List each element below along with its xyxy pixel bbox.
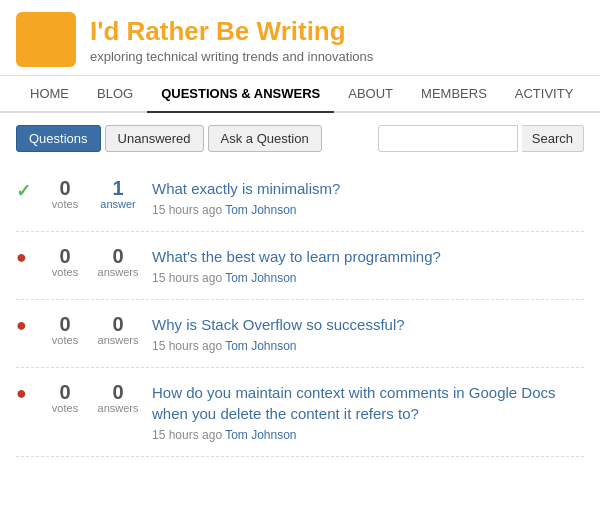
answer-count: 0 xyxy=(94,382,142,402)
unanswered-button[interactable]: Unanswered xyxy=(105,125,204,152)
answer-label: answers xyxy=(94,266,142,278)
question-content: Why is Stack Overflow so successful? 15 … xyxy=(152,314,584,353)
question-title[interactable]: What's the best way to learn programming… xyxy=(152,248,441,265)
nav-bar: HOME BLOG QUESTIONS & ANSWERS ABOUT MEMB… xyxy=(0,76,600,113)
vote-count: 0 xyxy=(46,178,84,198)
question-item: ✓ 0 votes 1 answer What exactly is minim… xyxy=(16,164,584,232)
question-content: What's the best way to learn programming… xyxy=(152,246,584,285)
question-author[interactable]: Tom Johnson xyxy=(225,339,296,353)
answer-label: answer xyxy=(94,198,142,210)
question-status: ● xyxy=(16,382,36,402)
nav-members[interactable]: MEMBERS xyxy=(407,76,501,111)
logo-box xyxy=(16,12,76,67)
nav-activity[interactable]: ACTIVITY xyxy=(501,76,588,111)
vote-label: votes xyxy=(46,334,84,346)
search-input[interactable] xyxy=(378,125,518,152)
answer-label: answers xyxy=(94,402,142,414)
unanswered-icon: ● xyxy=(16,384,27,402)
question-author[interactable]: Tom Johnson xyxy=(225,428,296,442)
vote-box: 0 votes xyxy=(46,382,84,414)
nav-blog[interactable]: BLOG xyxy=(83,76,147,111)
question-item: ● 0 votes 0 answers What's the best way … xyxy=(16,232,584,300)
question-status: ● xyxy=(16,314,36,334)
question-meta: 15 hours ago Tom Johnson xyxy=(152,203,584,217)
question-content: How do you maintain context with comment… xyxy=(152,382,584,442)
title-prefix: I'd Rather Be xyxy=(90,16,257,46)
site-header: I'd Rather Be Writing exploring technica… xyxy=(0,0,600,76)
site-title: I'd Rather Be Writing xyxy=(90,16,373,47)
question-item: ● 0 votes 0 answers How do you maintain … xyxy=(16,368,584,457)
nav-qa[interactable]: QUESTIONS & ANSWERS xyxy=(147,76,334,113)
vote-box: 0 votes xyxy=(46,314,84,346)
vote-label: votes xyxy=(46,402,84,414)
answer-count: 1 xyxy=(94,178,142,198)
search-button[interactable]: Search xyxy=(522,125,584,152)
site-tagline: exploring technical writing trends and i… xyxy=(90,49,373,64)
vote-count: 0 xyxy=(46,314,84,334)
question-meta: 15 hours ago Tom Johnson xyxy=(152,271,584,285)
question-status: ● xyxy=(16,246,36,266)
vote-label: votes xyxy=(46,198,84,210)
question-title[interactable]: How do you maintain context with comment… xyxy=(152,384,556,422)
answer-label: answers xyxy=(94,334,142,346)
answer-box: 1 answer xyxy=(94,178,142,210)
unanswered-icon: ● xyxy=(16,248,27,266)
question-author[interactable]: Tom Johnson xyxy=(225,203,296,217)
answer-count: 0 xyxy=(94,246,142,266)
vote-count: 0 xyxy=(46,246,84,266)
vote-box: 0 votes xyxy=(46,178,84,210)
nav-home[interactable]: HOME xyxy=(16,76,83,111)
toolbar: Questions Unanswered Ask a Question Sear… xyxy=(0,113,600,164)
question-content: What exactly is minimalism? 15 hours ago… xyxy=(152,178,584,217)
title-highlight: Writing xyxy=(257,16,346,46)
answer-count: 0 xyxy=(94,314,142,334)
answer-box: 0 answers xyxy=(94,382,142,414)
question-item: ● 0 votes 0 answers Why is Stack Overflo… xyxy=(16,300,584,368)
question-meta: 15 hours ago Tom Johnson xyxy=(152,339,584,353)
questions-button[interactable]: Questions xyxy=(16,125,101,152)
question-title[interactable]: Why is Stack Overflow so successful? xyxy=(152,316,405,333)
vote-count: 0 xyxy=(46,382,84,402)
question-title[interactable]: What exactly is minimalism? xyxy=(152,180,340,197)
answer-box: 0 answers xyxy=(94,314,142,346)
vote-box: 0 votes xyxy=(46,246,84,278)
question-meta: 15 hours ago Tom Johnson xyxy=(152,428,584,442)
ask-question-button[interactable]: Ask a Question xyxy=(208,125,322,152)
unanswered-icon: ● xyxy=(16,316,27,334)
vote-label: votes xyxy=(46,266,84,278)
answered-icon: ✓ xyxy=(16,180,31,202)
answer-box: 0 answers xyxy=(94,246,142,278)
nav-about[interactable]: ABOUT xyxy=(334,76,407,111)
question-list: ✓ 0 votes 1 answer What exactly is minim… xyxy=(0,164,600,457)
question-status: ✓ xyxy=(16,178,36,202)
question-author[interactable]: Tom Johnson xyxy=(225,271,296,285)
